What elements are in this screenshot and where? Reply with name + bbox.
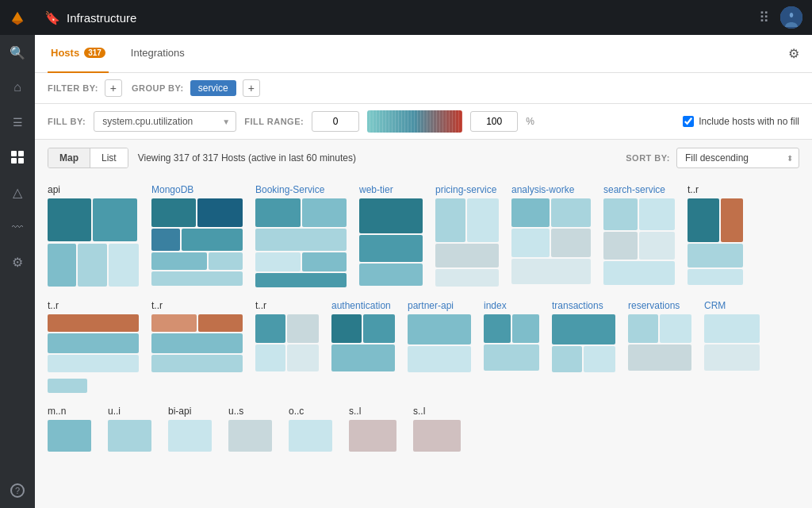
group-by-tag[interactable]: service xyxy=(190,80,236,96)
group-oc-label: o..c xyxy=(289,406,336,417)
map-view-button[interactable]: Map xyxy=(48,148,90,167)
group-booking-label[interactable]: Booking-Service xyxy=(255,184,347,195)
sidebar-analytics-icon[interactable]: 〰 xyxy=(0,210,35,244)
group-search-label[interactable]: search-service xyxy=(603,184,675,195)
block xyxy=(168,420,212,452)
block xyxy=(93,198,137,241)
sort-select[interactable]: Fill descending xyxy=(676,148,799,168)
block xyxy=(108,420,151,452)
group-transactions-label[interactable]: transactions xyxy=(552,300,615,311)
grid-icon[interactable]: ⠿ xyxy=(759,9,771,26)
group-search-service: search-service xyxy=(603,184,675,287)
block xyxy=(603,232,638,260)
group-reservations: reservations xyxy=(628,300,691,393)
group-pricing-blocks xyxy=(435,198,499,287)
block xyxy=(48,198,91,241)
block xyxy=(331,344,395,371)
group-authentication: authentication xyxy=(331,300,395,393)
group-booking-blocks xyxy=(255,198,347,287)
group-booking-service: Booking-Service xyxy=(255,184,347,287)
svg-rect-0 xyxy=(11,151,17,156)
block xyxy=(435,198,465,242)
sidebar-infrastructure-icon[interactable] xyxy=(0,140,35,175)
group-mongodb: MongoDB xyxy=(151,184,243,287)
tab-integrations-label: Integrations xyxy=(131,47,185,59)
logo[interactable] xyxy=(0,0,35,35)
sidebar-list-icon[interactable]: ☰ xyxy=(0,105,35,140)
block xyxy=(639,198,675,230)
fill-by-select[interactable]: system.cpu.utilization xyxy=(94,111,236,132)
group-index-label[interactable]: index xyxy=(484,300,539,311)
block xyxy=(109,244,139,287)
group-web-tier-label[interactable]: web-tier xyxy=(359,184,423,195)
block xyxy=(151,229,180,251)
block xyxy=(198,314,243,332)
list-view-button[interactable]: List xyxy=(90,148,128,167)
filter-add-button[interactable]: + xyxy=(105,79,122,97)
block xyxy=(484,314,511,343)
sidebar-search-icon[interactable]: 🔍 xyxy=(0,35,35,70)
block xyxy=(551,198,591,227)
fill-by-label: FILL BY: xyxy=(48,117,86,126)
block xyxy=(688,269,743,285)
sidebar-home-icon[interactable]: ⌂ xyxy=(0,70,35,105)
tab-integrations[interactable]: Integrations xyxy=(128,35,188,73)
group-partner-label[interactable]: partner-api xyxy=(408,300,471,311)
block xyxy=(289,420,332,452)
tab-hosts-label: Hosts xyxy=(51,47,79,59)
content: Hosts 317 Integrations ⚙ FILTER BY: + GR… xyxy=(35,35,812,508)
group-pricing-service: pricing-service xyxy=(435,184,499,287)
group-tr1-blocks xyxy=(688,198,743,287)
treemap-container[interactable]: api MongoDB xyxy=(35,176,812,508)
block xyxy=(511,229,550,257)
block xyxy=(302,252,347,271)
block xyxy=(151,271,243,286)
group-search-blocks xyxy=(603,198,675,287)
group-us: u..s xyxy=(228,406,276,452)
fill-select-wrapper: system.cpu.utilization ▼ xyxy=(94,111,236,132)
block xyxy=(413,420,461,452)
block xyxy=(484,344,539,371)
group-auth-label[interactable]: authentication xyxy=(331,300,395,311)
block xyxy=(435,244,499,267)
block xyxy=(511,259,591,284)
block xyxy=(628,344,691,371)
group-web-tier: web-tier xyxy=(359,184,423,287)
block xyxy=(197,198,243,227)
avatar[interactable] xyxy=(780,6,802,29)
sidebar-settings-icon[interactable]: ⚙ xyxy=(0,244,35,279)
block xyxy=(151,355,243,372)
block xyxy=(151,198,196,227)
settings-gear-icon[interactable]: ⚙ xyxy=(788,46,799,61)
group-add-button[interactable]: + xyxy=(243,79,260,97)
block xyxy=(78,244,107,287)
sidebar-help-icon[interactable]: ? xyxy=(0,473,35,508)
block xyxy=(48,420,91,452)
fill-range-gradient xyxy=(367,110,462,133)
tab-hosts-badge: 317 xyxy=(84,48,105,58)
group-crm-blocks xyxy=(704,314,760,374)
fill-range-max[interactable] xyxy=(470,111,518,132)
include-no-fill-checkbox[interactable] xyxy=(683,116,694,127)
view-bar: Map List Viewing 317 of 317 Hosts (activ… xyxy=(35,140,812,176)
group-api-blocks xyxy=(48,198,139,287)
group-partner-api: partner-api xyxy=(408,300,471,393)
block xyxy=(349,420,396,452)
group-mongodb-label[interactable]: MongoDB xyxy=(151,184,243,195)
block xyxy=(408,314,471,344)
group-mongodb-blocks xyxy=(151,198,243,287)
group-sl1-label: s..l xyxy=(349,406,400,417)
treemap-row-3: m..n u..i bi-api u..s xyxy=(48,406,799,452)
group-analysis-label[interactable]: analysis-worke xyxy=(511,184,591,195)
header: 🔖 Infrastructure ⠿ xyxy=(35,0,812,35)
svg-rect-2 xyxy=(11,158,17,164)
fill-range-min[interactable] xyxy=(312,111,359,132)
block xyxy=(688,198,719,242)
group-tr-2: t..r xyxy=(48,300,139,393)
group-crm-label[interactable]: CRM xyxy=(704,300,760,311)
block xyxy=(48,379,87,393)
tab-hosts[interactable]: Hosts 317 xyxy=(48,35,109,73)
group-reservations-label[interactable]: reservations xyxy=(628,300,691,311)
sidebar-alert-icon[interactable]: △ xyxy=(0,175,35,210)
group-pricing-label[interactable]: pricing-service xyxy=(435,184,499,195)
